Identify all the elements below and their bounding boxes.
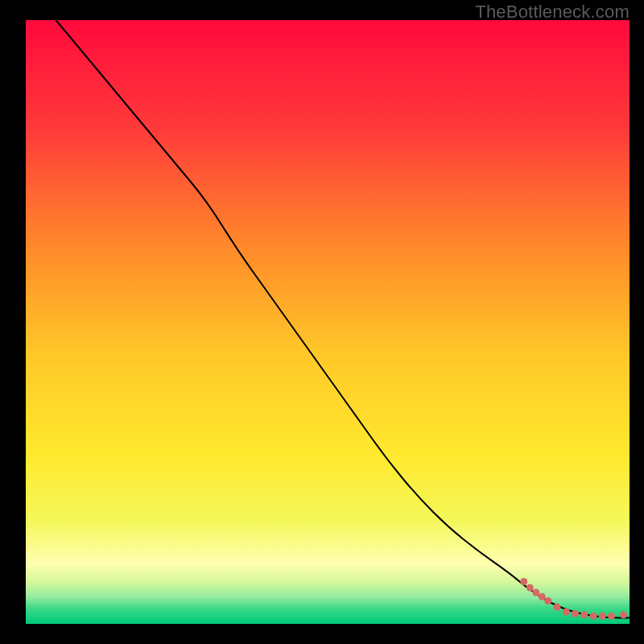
marker-group [520, 578, 627, 620]
tail-marker [563, 609, 570, 616]
plot-area [26, 20, 630, 624]
tail-marker [554, 604, 561, 611]
tail-marker [526, 584, 534, 592]
tail-marker [520, 578, 527, 585]
tail-marker [539, 593, 546, 601]
tail-marker [532, 589, 539, 597]
tail-marker [620, 611, 627, 618]
tail-marker [608, 613, 615, 620]
tail-marker [590, 613, 597, 620]
chart-stage: TheBottleneck.com [0, 0, 644, 644]
tail-marker [544, 597, 551, 605]
tail-marker [580, 611, 588, 618]
main-curve [56, 20, 630, 618]
tail-marker [599, 613, 606, 620]
tail-marker [572, 610, 579, 617]
curve-layer [26, 20, 630, 624]
